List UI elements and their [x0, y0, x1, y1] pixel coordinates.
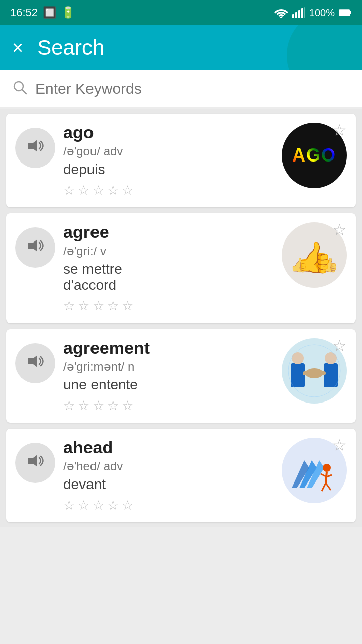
header: × Search: [0, 25, 362, 70]
close-button[interactable]: ×: [12, 38, 23, 57]
stars-agreement: ☆ ☆ ☆ ☆ ☆: [63, 398, 274, 414]
word-phonetic-ahead: /ə'hed/ adv: [63, 459, 274, 473]
svg-rect-0: [292, 14, 294, 18]
svg-text:👍: 👍: [321, 257, 338, 273]
word-translation-agree: se mettred'accord: [63, 261, 274, 293]
svg-rect-3: [301, 8, 303, 18]
sound-button-ahead[interactable]: [15, 443, 55, 483]
svg-point-26: [323, 464, 331, 472]
stars-ago: ☆ ☆ ☆ ☆ ☆: [63, 183, 274, 198]
svg-rect-2: [298, 10, 300, 18]
word-name-ahead: ahead: [63, 438, 274, 457]
word-info-ago: ago /ə'gou/ adv depuis ☆ ☆ ☆ ☆ ☆: [63, 123, 274, 198]
word-list: ago /ə'gou/ adv depuis ☆ ☆ ☆ ☆ ☆ AGO ☆: [0, 109, 362, 527]
svg-line-28: [322, 483, 326, 491]
svg-rect-5: [339, 10, 350, 16]
status-left: 16:52 🔲 🔋: [10, 6, 75, 19]
status-alarm-icon: 🔲: [43, 6, 56, 19]
stars-ahead: ☆ ☆ ☆ ☆ ☆: [63, 498, 274, 513]
svg-line-8: [22, 90, 26, 94]
page-title: Search: [37, 36, 104, 60]
sound-icon-agree: [26, 237, 44, 258]
sound-button-agree[interactable]: [15, 227, 55, 268]
svg-marker-14: [28, 355, 37, 367]
word-card-agreement: agreement /ə'gri:mənt/ n une entente ☆ ☆…: [6, 329, 356, 423]
word-info-ahead: ahead /ə'hed/ adv devant ☆ ☆ ☆ ☆ ☆: [63, 438, 274, 513]
wifi-icon: [274, 7, 288, 18]
word-card-agree: agree /ə'gri:/ v se mettred'accord ☆ ☆ ☆…: [6, 213, 356, 323]
svg-line-31: [327, 475, 332, 477]
search-input[interactable]: [35, 80, 350, 97]
svg-marker-10: [28, 239, 37, 252]
word-info-agree: agree /ə'gri:/ v se mettred'accord ☆ ☆ ☆…: [63, 222, 274, 314]
sound-button-agreement[interactable]: [15, 343, 55, 383]
stars-agree: ☆ ☆ ☆ ☆ ☆: [63, 298, 274, 314]
word-translation-ahead: devant: [63, 476, 274, 493]
status-bar: 16:52 🔲 🔋 100%: [0, 0, 362, 25]
sound-icon-ago: [26, 138, 44, 158]
word-info-agreement: agreement /ə'gri:mənt/ n une entente ☆ ☆…: [63, 338, 274, 414]
word-phonetic-ago: /ə'gou/ adv: [63, 144, 274, 158]
svg-point-16: [292, 352, 304, 364]
search-bar-container: [0, 70, 362, 107]
svg-rect-17: [324, 363, 338, 387]
svg-marker-9: [28, 140, 37, 152]
status-time: 16:52: [10, 6, 38, 19]
word-translation-agreement: une entente: [63, 377, 274, 393]
word-phonetic-agree: /ə'gri:/ v: [63, 244, 274, 258]
signal-icon: [292, 7, 305, 18]
word-translation-ago: depuis: [63, 162, 274, 178]
svg-rect-1: [295, 12, 297, 18]
sound-icon-ahead: [26, 453, 44, 473]
battery-percent: 100%: [309, 7, 335, 19]
favorite-button-ahead[interactable]: ☆: [332, 436, 347, 455]
svg-rect-6: [350, 11, 351, 14]
svg-rect-15: [291, 363, 305, 387]
word-card-ahead: ahead /ə'hed/ adv devant ☆ ☆ ☆ ☆ ☆: [6, 429, 356, 522]
favorite-button-agreement[interactable]: ☆: [332, 336, 347, 355]
svg-marker-22: [28, 455, 37, 467]
battery-icon: [339, 9, 352, 17]
word-name-agreement: agreement: [63, 338, 274, 358]
status-battery-icon: 🔋: [61, 6, 75, 19]
sound-button-ago[interactable]: [15, 128, 55, 168]
favorite-button-agree[interactable]: ☆: [332, 220, 347, 239]
word-name-ago: ago: [63, 123, 274, 142]
svg-line-29: [326, 483, 331, 490]
svg-rect-4: [304, 7, 305, 18]
word-card-ago: ago /ə'gou/ adv depuis ☆ ☆ ☆ ☆ ☆ AGO ☆: [6, 114, 356, 207]
search-icon: [12, 79, 27, 98]
status-right: 100%: [274, 7, 352, 19]
svg-text:👍: 👍: [290, 257, 308, 273]
word-phonetic-agreement: /ə'gri:mənt/ n: [63, 360, 274, 374]
word-name-agree: agree: [63, 222, 274, 242]
favorite-button-ago[interactable]: ☆: [332, 121, 347, 140]
sound-icon-agreement: [26, 353, 44, 373]
